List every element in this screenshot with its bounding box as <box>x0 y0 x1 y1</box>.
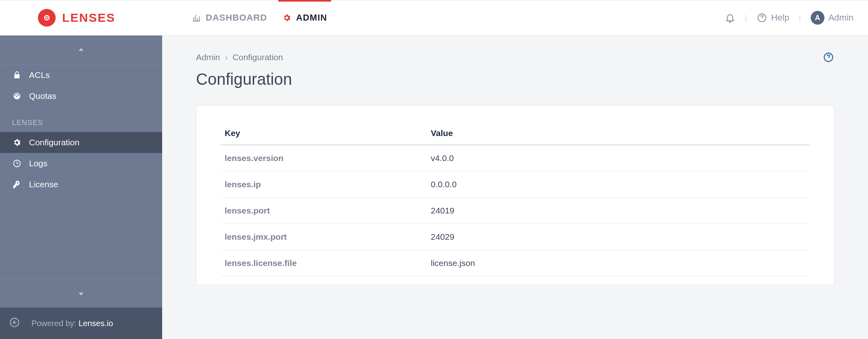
config-value: 0.0.0.0 <box>427 172 810 198</box>
config-card: Key Value lenses.versionv4.0.0lenses.ip0… <box>196 105 834 285</box>
sidebar-section-lenses: LENSES <box>0 107 162 132</box>
chevron-up-icon <box>77 46 85 54</box>
config-value: 24029 <box>427 224 810 250</box>
separator: | <box>745 14 747 22</box>
back-circle-icon[interactable] <box>9 317 20 330</box>
config-key: lenses.ip <box>221 172 427 198</box>
help-button[interactable]: Help <box>757 13 789 23</box>
chevron-right-icon: › <box>225 52 228 62</box>
config-key: lenses.license.file <box>221 250 427 276</box>
sidebar-item-label: ACLs <box>29 70 50 80</box>
lock-icon <box>12 71 22 80</box>
sidebar-collapse-up[interactable] <box>0 36 162 65</box>
nav-dashboard[interactable]: DASHBOARD <box>192 0 267 35</box>
sidebar-item-quotas[interactable]: Quotas <box>0 86 162 107</box>
config-key: lenses.version <box>221 145 427 172</box>
breadcrumb-admin[interactable]: Admin <box>196 52 220 62</box>
sidebar-item-acls[interactable]: ACLs <box>0 65 162 86</box>
config-value: v4.0.0 <box>427 145 810 172</box>
table-row: lenses.ip0.0.0.0 <box>221 172 810 198</box>
powered-by-link[interactable]: Lenses.io <box>79 319 113 328</box>
clock-icon <box>12 159 22 168</box>
gear-icon <box>12 138 22 147</box>
topbar: LENSES DASHBOARD ADMIN | Help | A Admin <box>0 0 868 36</box>
table-row: lenses.versionv4.0.0 <box>221 145 810 172</box>
page-help-button[interactable] <box>823 52 834 63</box>
config-value: 24019 <box>427 198 810 224</box>
col-value: Value <box>427 122 810 145</box>
separator: | <box>799 14 801 22</box>
topnav: DASHBOARD ADMIN <box>192 0 327 35</box>
question-circle-icon <box>757 13 767 23</box>
config-key: lenses.port <box>221 198 427 224</box>
table-row: lenses.license.filelicense.json <box>221 250 810 276</box>
nav-admin[interactable]: ADMIN <box>282 0 327 35</box>
table-row: lenses.jmx.port24029 <box>221 224 810 250</box>
gear-icon <box>282 13 291 22</box>
config-key: lenses.jmx.port <box>221 224 427 250</box>
notifications-button[interactable] <box>725 13 735 23</box>
brand-name: LENSES <box>62 11 115 25</box>
avatar: A <box>811 11 824 25</box>
sidebar-item-label: Quotas <box>29 91 56 101</box>
sidebar-item-label: License <box>29 180 58 189</box>
powered-by: Powered by: Lenses.io <box>31 319 113 328</box>
sidebar-item-label: Logs <box>29 159 48 168</box>
bar-chart-icon <box>192 13 201 22</box>
breadcrumb: Admin › Configuration <box>196 52 283 62</box>
nav-admin-label: ADMIN <box>296 13 327 23</box>
brand-logo-icon <box>38 9 56 27</box>
sidebar-item-label: Configuration <box>29 138 79 147</box>
sidebar-footer: Powered by: Lenses.io <box>0 308 162 339</box>
sidebar-item-logs[interactable]: Logs <box>0 153 162 174</box>
gauge-icon <box>12 92 22 100</box>
user-menu[interactable]: A Admin <box>811 11 853 25</box>
bell-icon <box>725 13 735 23</box>
svg-point-1 <box>46 17 48 19</box>
page-title: Configuration <box>196 70 834 88</box>
user-name: Admin <box>828 13 853 23</box>
sidebar-item-license[interactable]: License <box>0 174 162 195</box>
main-content: Admin › Configuration Configuration Key … <box>162 36 868 339</box>
config-value: license.json <box>427 250 810 276</box>
col-key: Key <box>221 122 427 145</box>
brand[interactable]: LENSES <box>38 9 115 27</box>
breadcrumb-current: Configuration <box>233 52 283 62</box>
sidebar-item-configuration[interactable]: Configuration <box>0 132 162 153</box>
sidebar: ACLs Quotas LENSES Configuration Logs <box>0 36 162 339</box>
key-icon <box>12 180 22 189</box>
sidebar-expand-down[interactable] <box>0 278 162 308</box>
table-row: lenses.port24019 <box>221 198 810 224</box>
chevron-down-icon <box>77 290 85 297</box>
config-table: Key Value lenses.versionv4.0.0lenses.ip0… <box>221 122 810 276</box>
help-label: Help <box>771 13 789 23</box>
topbar-right: | Help | A Admin <box>725 11 853 25</box>
question-circle-icon <box>823 52 834 63</box>
nav-dashboard-label: DASHBOARD <box>206 13 267 23</box>
